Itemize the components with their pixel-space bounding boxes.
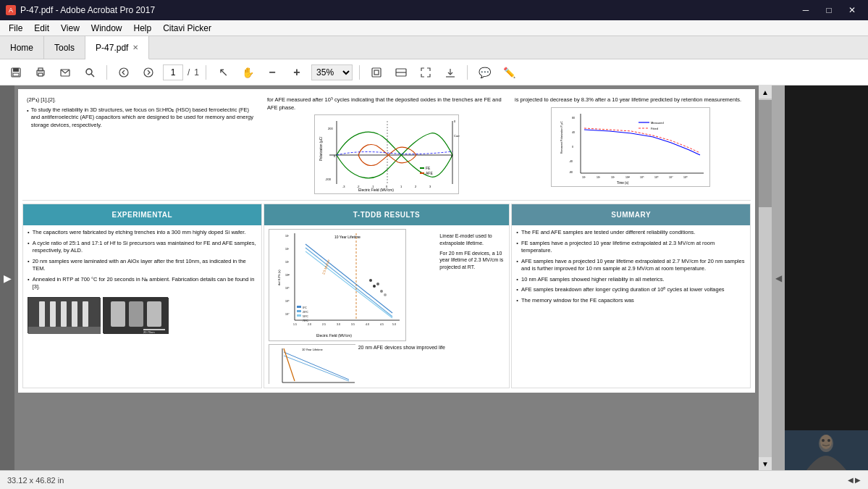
svg-text:10⁶: 10⁶ (285, 300, 290, 303)
svg-text:Polarization (μC/: Polarization (μC/ (319, 136, 323, 161)
svg-text:10²: 10² (285, 248, 290, 251)
menu-view[interactable]: View (55, 22, 85, 35)
svg-text:3: 3 (429, 185, 431, 188)
svg-rect-61 (39, 301, 45, 327)
list-item: • The memory window for the FE capacitor… (516, 297, 746, 305)
svg-text:80: 80 (572, 117, 575, 120)
svg-text:50°C: 50°C (303, 315, 308, 318)
scroll-track[interactable] (759, 99, 772, 457)
maximize-button[interactable]: □ (819, 0, 839, 20)
svg-text:10¹: 10¹ (285, 235, 290, 238)
next-page-status[interactable]: ▶ (855, 476, 861, 484)
svg-text:10³: 10³ (285, 261, 290, 264)
comment-button[interactable]: 💬 (474, 62, 494, 83)
next-page-button[interactable] (138, 62, 159, 83)
svg-rect-65 (83, 301, 88, 327)
app-title: P-47.pdf - Adobe Acrobat Pro 2017 (20, 5, 155, 15)
svg-point-10 (144, 68, 153, 77)
svg-rect-68 (111, 301, 125, 327)
prev-page-button[interactable] (114, 62, 134, 83)
right-panel-toggle[interactable]: ◀ (772, 85, 785, 470)
vertical-scrollbar[interactable]: ▲ ▼ (759, 85, 772, 470)
svg-text:2.5: 2.5 (322, 323, 326, 326)
print-button[interactable] (30, 62, 51, 83)
svg-text:10⁷: 10⁷ (669, 176, 673, 179)
main-area: ▶ (2P₁) [1],[2]. • To study the reliabil… (0, 85, 868, 470)
svg-rect-21 (420, 172, 424, 174)
pen-button[interactable]: ✏️ (499, 62, 519, 83)
menu-help[interactable]: Help (128, 22, 158, 35)
minimize-button[interactable]: ─ (796, 0, 816, 20)
list-item: • AFE samples breakdown after longer cyc… (516, 286, 746, 294)
svg-text:2.0: 2.0 (308, 323, 311, 326)
svg-rect-4 (38, 68, 43, 71)
tab-close-icon[interactable]: ✕ (132, 43, 138, 51)
svg-text:1: 1 (400, 185, 403, 188)
divider-4 (467, 65, 468, 80)
hand-tool[interactable]: ✋ (237, 62, 258, 83)
svg-text:Time (s): Time (s) (617, 181, 629, 185)
svg-rect-5 (38, 73, 43, 76)
svg-rect-2 (13, 73, 19, 76)
divider-2 (206, 65, 206, 80)
menu-edit[interactable]: Edit (28, 22, 55, 35)
svg-text:Electric Field (MV/cm): Electric Field (MV/cm) (316, 333, 352, 338)
svg-text:-200: -200 (325, 177, 332, 181)
zoom-in-button[interactable]: + (287, 62, 307, 83)
scroll-down-button[interactable]: ▼ (759, 457, 772, 470)
save-button[interactable] (6, 62, 26, 83)
tab-tools[interactable]: Tools (44, 36, 85, 59)
prev-page-status[interactable]: ◀ (848, 476, 854, 484)
page-number-input[interactable] (163, 64, 183, 80)
menu-file[interactable]: File (3, 22, 28, 35)
svg-text:10²: 10² (597, 176, 601, 179)
download-button[interactable] (440, 62, 460, 83)
svg-text:70°C: 70°C (303, 319, 308, 322)
close-button[interactable]: ✕ (842, 0, 862, 20)
svg-text:-3: -3 (342, 185, 345, 188)
scroll-thumb[interactable] (759, 100, 772, 208)
svg-text:2: 2 (415, 185, 417, 188)
svg-point-7 (86, 69, 92, 75)
fit-page-button[interactable] (366, 62, 387, 83)
svg-text:200: 200 (328, 127, 333, 130)
title-bar-left: A P-47.pdf - Adobe Acrobat Pro 2017 (6, 5, 155, 15)
acrobat-icon: A (6, 5, 16, 15)
summary-header: SUMMARY (512, 204, 750, 225)
menu-citavi[interactable]: Citavi Picker (157, 22, 217, 35)
tab-home[interactable]: Home (0, 36, 44, 59)
search-button[interactable] (80, 62, 100, 83)
left-sidebar-toggle[interactable]: ▶ (0, 85, 14, 470)
svg-point-121 (822, 439, 825, 442)
zoom-select[interactable]: 10% 25% 35% 50% 75% 100% 125% 150% 200% (311, 64, 353, 80)
svg-text:10 Year Lifetime: 10 Year Lifetime (334, 235, 361, 239)
fit-width-button[interactable] (391, 62, 411, 83)
svg-point-122 (827, 439, 830, 442)
select-tool[interactable]: ↖ (213, 62, 233, 83)
svg-point-9 (119, 68, 128, 77)
zoom-out-button[interactable]: − (262, 62, 282, 83)
fullscreen-button[interactable] (416, 62, 436, 83)
list-item: • Annealed in RTP at 700 °C for 20 secon… (28, 276, 257, 291)
tab-pdf[interactable]: P-47.pdf ✕ (85, 36, 149, 59)
svg-text:20.70nm: 20.70nm (143, 330, 155, 334)
svg-text:0°C: 0°C (303, 306, 307, 309)
svg-line-8 (91, 74, 94, 77)
svg-text:10¹: 10¹ (582, 176, 586, 179)
svg-point-86 (373, 285, 376, 288)
scroll-up-button[interactable]: ▲ (759, 85, 772, 99)
svg-text:10⁶: 10⁶ (654, 176, 659, 179)
svg-text:3.0: 3.0 (337, 323, 340, 326)
pdf-viewer[interactable]: (2P₁) [1],[2]. • To study the reliabilit… (14, 85, 759, 470)
title-bar-controls: ─ □ ✕ (796, 0, 862, 20)
list-item: • The FE and AFE samples are tested unde… (516, 229, 746, 237)
svg-rect-63 (61, 301, 67, 327)
svg-text:1.5: 1.5 (293, 323, 297, 326)
email-button[interactable] (55, 62, 75, 83)
svg-text:10⁸: 10⁸ (683, 176, 688, 179)
page-dimensions: 33.12 x 46.82 in (7, 476, 64, 485)
svg-rect-19 (420, 167, 424, 169)
menu-window[interactable]: Window (85, 22, 128, 35)
svg-text:Fitted: Fitted (651, 127, 658, 130)
svg-text:5.0: 5.0 (392, 323, 396, 326)
